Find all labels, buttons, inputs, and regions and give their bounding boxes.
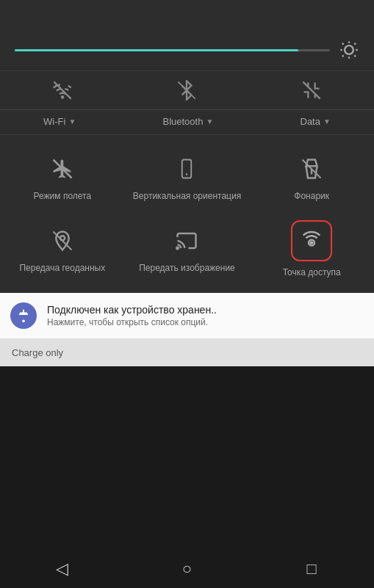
notif-title: Подключен как устройство хранен.. — [47, 304, 364, 316]
charge-text: Charge only — [12, 347, 63, 358]
hotspot-icon-box — [291, 220, 332, 261]
top-bar — [0, 0, 374, 29]
brightness-slider-fill — [15, 49, 298, 51]
airplane-icon — [46, 153, 79, 185]
wifi-label-item[interactable]: Wi-Fi ▼ — [43, 116, 76, 127]
bluetooth-chevron: ▼ — [206, 117, 213, 126]
svg-point-20 — [177, 247, 179, 249]
notif-subtitle: Нажмите, чтобы открыть список опций. — [47, 317, 364, 327]
flashlight-icon — [295, 153, 328, 185]
brightness-area — [0, 29, 374, 70]
svg-line-3 — [342, 43, 344, 45]
home-button[interactable]: ○ — [168, 554, 205, 584]
bluetooth-label-text: Bluetooth — [162, 116, 203, 127]
wifi-label-text: Wi-Fi — [43, 116, 65, 127]
brightness-icon — [339, 40, 359, 60]
bluetooth-off-icon[interactable] — [176, 80, 197, 101]
svg-line-4 — [354, 55, 356, 57]
svg-point-10 — [62, 96, 63, 98]
quick-toggles — [0, 70, 374, 110]
tile-geodata[interactable]: Передача геоданных — [0, 210, 125, 286]
svg-point-23 — [22, 320, 25, 323]
cast-label: Передать изображение — [139, 263, 235, 275]
notification-bar[interactable]: Подключен как устройство хранен.. Нажмит… — [0, 293, 374, 338]
svg-line-17 — [303, 160, 321, 178]
tile-flashlight[interactable]: Фонарик — [249, 142, 374, 210]
back-button[interactable]: ◁ — [44, 554, 81, 584]
svg-line-12 — [303, 81, 320, 98]
hotspot-label: Точка доступа — [283, 267, 341, 279]
tile-hotspot[interactable]: Точка доступа — [249, 210, 374, 286]
usb-icon — [10, 302, 37, 329]
svg-point-22 — [311, 242, 313, 244]
orientation-label: Вертикальная ориентация — [133, 191, 241, 203]
data-off-icon[interactable] — [301, 80, 322, 101]
brightness-slider-track[interactable] — [15, 49, 330, 51]
location-off-icon — [46, 225, 79, 257]
svg-point-0 — [345, 46, 353, 54]
charge-bar: Charge only — [0, 338, 374, 366]
data-chevron: ▼ — [323, 117, 331, 126]
data-label-text: Data — [301, 116, 320, 127]
wifi-off-icon[interactable] — [52, 80, 73, 101]
geodata-label: Передача геоданных — [19, 263, 105, 275]
svg-line-8 — [354, 43, 356, 45]
bluetooth-label-item[interactable]: Bluetooth ▼ — [162, 116, 213, 127]
svg-line-7 — [342, 55, 344, 57]
airplane-label: Режим полета — [34, 191, 92, 203]
tile-orientation[interactable]: Вертикальная ориентация — [125, 142, 250, 210]
recent-button[interactable]: □ — [293, 554, 330, 584]
labels-row: Wi-Fi ▼ Bluetooth ▼ Data ▼ — [0, 110, 374, 135]
wifi-chevron: ▼ — [68, 117, 76, 126]
phone-icon — [170, 153, 203, 185]
bottom-nav: ◁ ○ □ — [0, 550, 374, 588]
notif-text-area: Подключен как устройство хранен.. Нажмит… — [47, 304, 364, 327]
data-label-item[interactable]: Data ▼ — [301, 116, 331, 127]
tiles-grid: Режим полета Вертикальная ориентация Фон… — [0, 135, 374, 293]
tile-cast[interactable]: Передать изображение — [125, 210, 250, 286]
cast-icon — [170, 225, 203, 257]
flashlight-label: Фонарик — [294, 191, 329, 203]
tile-airplane[interactable]: Режим полета — [0, 142, 125, 210]
